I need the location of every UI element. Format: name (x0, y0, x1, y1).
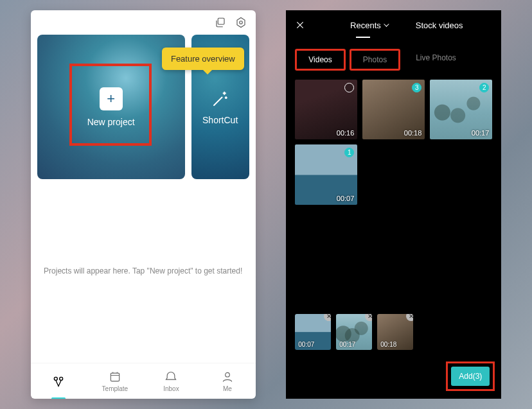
new-project-inner: + New project (87, 87, 135, 127)
shortcut-inner: ShortCut (202, 89, 238, 125)
selection-indicator[interactable]: 2 (479, 83, 489, 92)
filter-videos-label: Videos (308, 55, 332, 64)
chevron-down-icon (384, 21, 389, 26)
media-thumb[interactable]: 00:071 (295, 144, 357, 204)
media-picker-screen: Recents Stock videos Videos Photos Live … (286, 10, 501, 399)
home-screen: + New project ShortCut Feature overview … (31, 10, 256, 399)
shortcut-label: ShortCut (202, 115, 238, 125)
filter-live-label: Live Photos (416, 53, 456, 62)
svg-rect-0 (218, 18, 224, 24)
add-button-highlight: Add(3) (446, 361, 495, 391)
picker-header: Recents Stock videos (286, 10, 501, 42)
selection-indicator[interactable]: 3 (412, 83, 421, 92)
filter-photos-label: Photos (363, 55, 387, 64)
new-project-label: New project (87, 117, 135, 127)
nav-edit[interactable]: Edit (31, 363, 87, 399)
wand-icon (211, 89, 230, 109)
templates-icon[interactable] (215, 17, 226, 28)
header-bar (31, 10, 256, 35)
svg-point-3 (55, 377, 58, 380)
duration-label: 00:17 (339, 341, 355, 348)
duration-label: 00:07 (298, 341, 314, 348)
nav-template[interactable]: Template (87, 363, 143, 399)
plus-icon: + (100, 87, 123, 110)
filter-videos[interactable]: Videos (295, 49, 345, 71)
tab-stock-label: Stock videos (416, 21, 463, 30)
media-thumb[interactable]: 00:172 (430, 80, 492, 139)
duration-label: 00:16 (337, 129, 355, 137)
svg-point-4 (60, 377, 63, 380)
svg-point-6 (226, 372, 230, 377)
remove-icon[interactable]: ✕ (406, 314, 413, 321)
settings-icon[interactable] (235, 17, 247, 28)
bottom-nav: Edit Template Inbox Me (31, 363, 256, 399)
duration-label: 00:18 (380, 341, 396, 348)
nav-inbox[interactable]: Inbox (143, 363, 200, 399)
filter-photos[interactable]: Photos (350, 49, 400, 71)
grid-spacer (286, 210, 501, 311)
remove-icon[interactable]: ✕ (324, 314, 331, 321)
svg-rect-5 (111, 373, 119, 381)
selected-thumb[interactable]: 00:17✕ (336, 314, 372, 350)
media-thumb[interactable]: 00:183 (362, 80, 425, 139)
svg-marker-1 (237, 18, 245, 28)
selected-thumb[interactable]: 00:18✕ (377, 314, 413, 350)
nav-me[interactable]: Me (199, 363, 256, 399)
media-grid: 00:1600:18300:17200:071 (286, 74, 501, 210)
selected-thumb[interactable]: 00:07✕ (295, 314, 331, 350)
close-icon[interactable] (295, 20, 305, 33)
picker-footer: Add(3) (286, 360, 501, 399)
tab-recents-label: Recents (350, 21, 381, 30)
nav-inbox-label: Inbox (163, 385, 179, 392)
selected-row: 00:07✕00:17✕00:18✕ (286, 311, 501, 360)
tab-stock[interactable]: Stock videos (416, 21, 463, 33)
selection-indicator[interactable] (344, 83, 354, 92)
nav-template-label: Template (102, 385, 129, 392)
remove-icon[interactable]: ✕ (365, 314, 372, 321)
duration-label: 00:18 (404, 129, 422, 137)
duration-label: 00:17 (472, 129, 490, 137)
feature-overview-tooltip[interactable]: Feature overview (162, 48, 244, 70)
empty-text: Projects will appear here. Tap "New proj… (44, 266, 242, 275)
empty-state: Projects will appear here. Tap "New proj… (31, 179, 256, 363)
media-thumb[interactable]: 00:16 (295, 80, 357, 139)
filter-live-photos[interactable]: Live Photos (404, 49, 468, 71)
type-filter-row: Videos Photos Live Photos (286, 42, 501, 74)
nav-me-label: Me (223, 385, 232, 392)
source-tabs: Recents Stock videos (321, 21, 492, 33)
add-button[interactable]: Add(3) (451, 367, 490, 386)
svg-point-2 (239, 21, 242, 24)
duration-label: 00:07 (337, 195, 355, 202)
selection-indicator[interactable]: 1 (344, 148, 354, 157)
tab-recents[interactable]: Recents (350, 21, 387, 33)
